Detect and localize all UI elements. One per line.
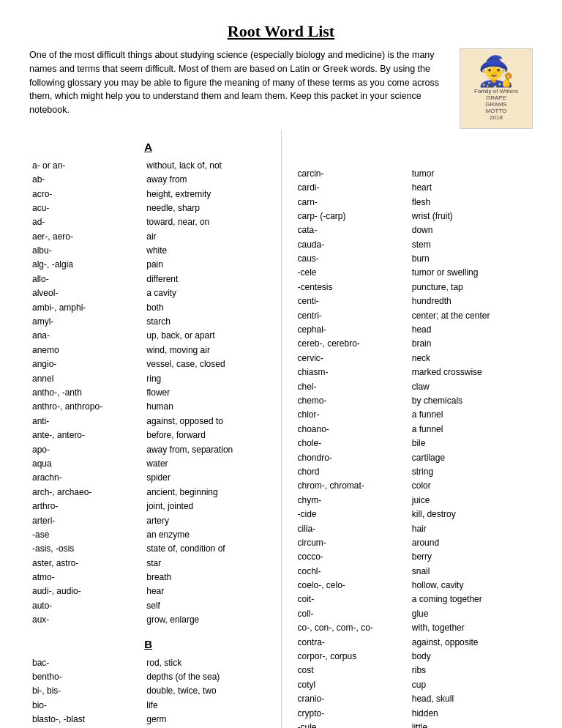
term-cell: cotyl	[295, 678, 409, 692]
definition-cell: up, back, or apart	[143, 329, 267, 343]
term-cell: chiasm-	[295, 365, 409, 379]
definition-cell: ring	[143, 372, 267, 386]
term-cell: arthro-	[29, 499, 143, 513]
table-row: audi-, audio-hear	[29, 584, 268, 598]
term-cell: audi-, audio-	[29, 584, 143, 598]
definition-cell: germ	[143, 713, 267, 727]
section-a-table: a- or an-without, lack of, notab-away fr…	[29, 159, 268, 628]
definition-cell: wind, moving air	[143, 343, 267, 357]
term-cell: chlor-	[295, 408, 409, 422]
term-cell: ana-	[29, 329, 143, 343]
definition-cell: spider	[143, 471, 267, 485]
term-cell: alveol-	[29, 286, 143, 300]
term-cell: chemo-	[295, 394, 409, 408]
table-row: arch-, archaeo-ancient, beginning	[29, 486, 268, 499]
definition-cell: needle, sharp	[143, 201, 267, 215]
definition-cell: snail	[409, 565, 533, 579]
definition-cell: body	[409, 650, 533, 664]
term-cell: auto-	[29, 599, 143, 613]
definition-cell: hidden	[409, 707, 533, 721]
definition-cell: ribs	[409, 664, 533, 677]
term-cell: alg-, -algia	[29, 258, 143, 272]
definition-cell: juice	[409, 494, 533, 508]
definition-cell: air	[143, 230, 267, 244]
table-row: angio-vessel, case, closed	[29, 357, 268, 371]
table-row: chlor-a funnel	[295, 408, 533, 422]
definition-cell: water	[143, 457, 267, 471]
term-cell: caus-	[295, 252, 409, 266]
term-cell: ad-	[29, 215, 143, 229]
wizard-icon: 🧙	[478, 56, 514, 86]
term-cell: anthro-, anthropo-	[29, 400, 143, 414]
definition-cell: before, forward	[143, 428, 267, 442]
term-cell: -asis, -osis	[29, 542, 143, 556]
table-row: aster, astro-star	[29, 557, 268, 571]
table-row: alg-, -algiapain	[29, 258, 268, 272]
table-row: co-, con-, com-, co-with, together	[295, 621, 533, 635]
definition-cell: starch	[143, 315, 267, 329]
definition-cell: with, together	[409, 621, 533, 635]
table-row: aer-, aero-air	[29, 230, 268, 244]
definition-cell: a funnel	[409, 423, 533, 437]
table-row: carn-flesh	[295, 196, 533, 209]
term-cell: centri-	[295, 309, 409, 323]
table-row: bac-rod, stick	[29, 656, 268, 670]
table-row: -celetumor or swelling	[295, 266, 533, 280]
definition-cell: tumor or swelling	[409, 266, 533, 280]
table-row: caus-burn	[295, 252, 533, 266]
term-cell: cauda-	[295, 238, 409, 252]
definition-cell: double, twice, two	[143, 684, 267, 698]
table-row: bio-life	[29, 699, 268, 713]
table-row: cardi-heart	[295, 181, 533, 195]
definition-cell: breath	[143, 571, 267, 584]
term-cell: centi-	[295, 294, 409, 308]
term-cell: ab-	[29, 173, 143, 187]
table-row: ad-toward, near, on	[29, 215, 268, 229]
term-cell: anti-	[29, 415, 143, 428]
definition-cell: tumor	[409, 167, 533, 181]
definition-cell: away from, separation	[143, 443, 267, 457]
definition-cell: cartilage	[409, 451, 533, 465]
table-row: anthro-, anthropo-human	[29, 400, 268, 414]
term-cell: corpor-, corpus	[295, 650, 409, 664]
definition-cell: around	[409, 536, 533, 550]
term-cell: cephal-	[295, 323, 409, 337]
definition-cell: head, skull	[409, 692, 533, 706]
table-row: a- or an-without, lack of, not	[29, 159, 268, 173]
table-row: anti-against, opposed to	[29, 415, 268, 428]
term-cell: chole-	[295, 437, 409, 450]
section-c-right-table: carcin-tumorcardi-heartcarn-fleshcarp- (…	[295, 167, 533, 728]
table-row: alveol-a cavity	[29, 286, 268, 300]
column-divider	[281, 130, 282, 728]
term-cell: cost	[295, 664, 409, 677]
right-column: carcin-tumorcardi-heartcarn-fleshcarp- (…	[295, 130, 533, 728]
definition-cell: state of, condition of	[143, 542, 267, 556]
definition-cell: neck	[409, 352, 533, 365]
intro-text: One of the most difficult things about s…	[29, 48, 452, 117]
definition-cell: human	[143, 400, 267, 414]
definition-cell: against, opposed to	[143, 415, 267, 428]
term-cell: bio-	[29, 699, 143, 713]
table-row: costribs	[295, 664, 533, 677]
definition-cell: a coming together	[409, 593, 533, 606]
term-cell: bi-, bis-	[29, 684, 143, 698]
term-cell: -ase	[29, 528, 143, 542]
definition-cell: head	[409, 323, 533, 337]
term-cell: -cele	[295, 266, 409, 280]
table-row: annelring	[29, 372, 268, 386]
definition-cell: joint, jointed	[143, 499, 267, 513]
term-cell: cardi-	[295, 181, 409, 195]
definition-cell: color	[409, 479, 533, 493]
left-column: A a- or an-without, lack of, notab-away …	[29, 130, 268, 728]
term-cell: blasto-, -blast	[29, 713, 143, 727]
term-cell: carn-	[295, 196, 409, 209]
term-cell: chondro-	[295, 451, 409, 465]
definition-cell: ancient, beginning	[143, 486, 267, 499]
term-cell: cervic-	[295, 352, 409, 365]
term-cell: ante-, antero-	[29, 428, 143, 442]
definition-cell: hollow, cavity	[409, 579, 533, 593]
term-cell: anemo	[29, 343, 143, 357]
table-row: -asean enzyme	[29, 528, 268, 542]
term-cell: -cule	[295, 721, 409, 728]
table-row: acro-height, extremity	[29, 187, 268, 201]
